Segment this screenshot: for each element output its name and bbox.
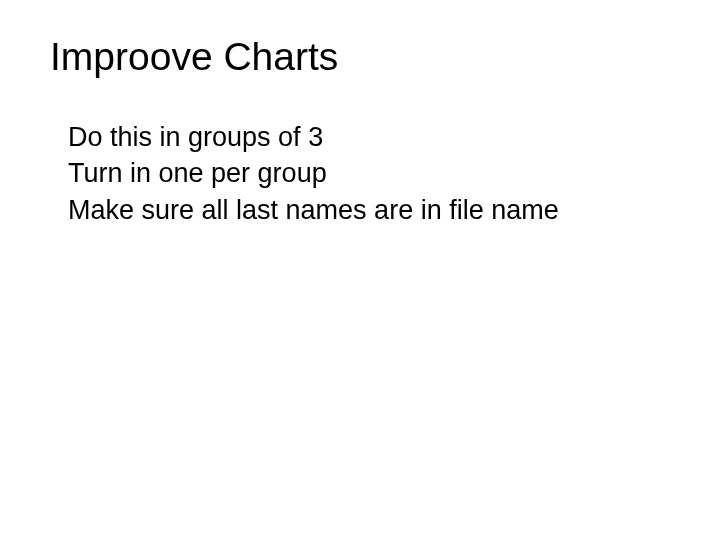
slide-body: Do this in groups of 3 Turn in one per g…: [50, 119, 670, 228]
body-line-1: Do this in groups of 3: [68, 119, 670, 155]
slide-title: Improove Charts: [50, 35, 670, 79]
body-line-2: Turn in one per group: [68, 155, 670, 191]
slide-container: Improove Charts Do this in groups of 3 T…: [0, 0, 720, 540]
body-line-3: Make sure all last names are in file nam…: [68, 192, 670, 228]
